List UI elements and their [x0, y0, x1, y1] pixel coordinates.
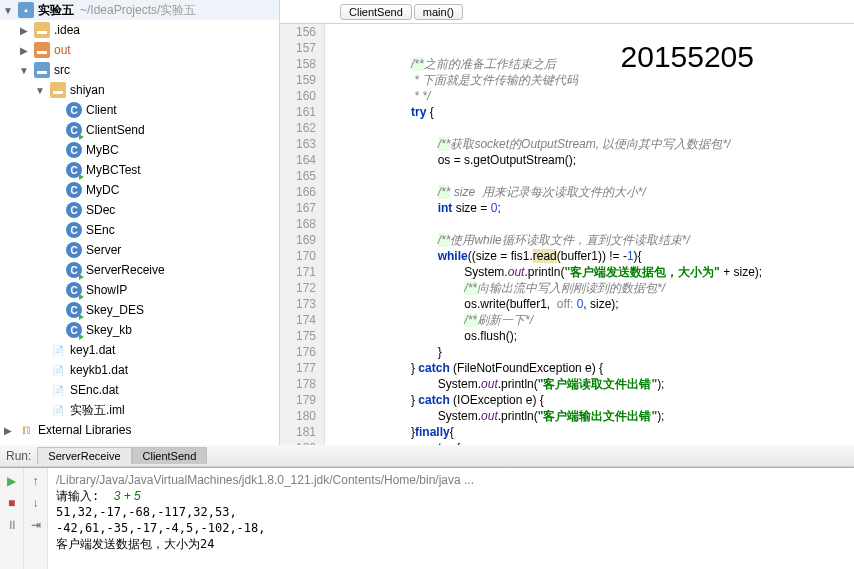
class-icon: C	[66, 102, 82, 118]
class-icon: C	[66, 142, 82, 158]
folder-icon: ▬	[34, 22, 50, 38]
class-icon: C	[66, 262, 82, 278]
libraries-icon: ℿ	[18, 422, 34, 438]
pause-button[interactable]: ⏸	[3, 516, 21, 534]
class-Skey_kb[interactable]: CSkey_kb	[0, 320, 279, 340]
class-SDec[interactable]: CSDec	[0, 200, 279, 220]
class-ServerReceive[interactable]: CServerReceive	[0, 260, 279, 280]
down-button[interactable]: ↓	[27, 494, 45, 512]
folder-icon: ▬	[34, 42, 50, 58]
chevron-down-icon[interactable]	[34, 85, 46, 96]
file-SEnc.dat[interactable]: 📄SEnc.dat	[0, 380, 279, 400]
rerun-button[interactable]: ▶	[3, 472, 21, 490]
class-icon: C	[66, 302, 82, 318]
breadcrumbs: ClientSend main()	[280, 0, 854, 24]
file-icon: 📄	[50, 362, 66, 378]
wrap-button[interactable]: ⇥	[27, 516, 45, 534]
line-gutter: 1561571581591601611621631641651661671681…	[280, 24, 325, 445]
run-panel: ▶ ■ ⏸ ↑ ↓ ⇥ /Library/Java/JavaVirtualMac…	[0, 467, 854, 569]
package-shiyan[interactable]: ▬ shiyan	[0, 80, 279, 100]
folder-out[interactable]: ▬ out	[0, 40, 279, 60]
class-icon: C	[66, 162, 82, 178]
module-icon: ▪	[18, 2, 34, 18]
run-label: Run:	[0, 449, 37, 463]
file-key1.dat[interactable]: 📄key1.dat	[0, 340, 279, 360]
file-实验五.iml[interactable]: 📄实验五.iml	[0, 400, 279, 420]
run-toolbar-2: ↑ ↓ ⇥	[24, 468, 48, 569]
class-MyBC[interactable]: CMyBC	[0, 140, 279, 160]
package-icon: ▬	[50, 82, 66, 98]
class-icon: C	[66, 202, 82, 218]
run-panel-header: Run: ServerReceiveClientSend	[0, 445, 854, 467]
root-name: 实验五	[38, 2, 74, 19]
code-editor: ClientSend main() 20155205 1561571581591…	[280, 0, 854, 445]
file-icon: 📄	[50, 382, 66, 398]
class-icon: C	[66, 182, 82, 198]
class-ClientSend[interactable]: CClientSend	[0, 120, 279, 140]
class-Skey_DES[interactable]: CSkey_DES	[0, 300, 279, 320]
root-path: ~/IdeaProjects/实验五	[80, 2, 196, 19]
stop-button[interactable]: ■	[3, 494, 21, 512]
folder-idea[interactable]: ▬ .idea	[0, 20, 279, 40]
file-keykb1.dat[interactable]: 📄keykb1.dat	[0, 360, 279, 380]
class-icon: C	[66, 322, 82, 338]
chevron-right-icon[interactable]	[18, 25, 30, 36]
file-icon: 📄	[50, 342, 66, 358]
chevron-down-icon[interactable]	[18, 65, 30, 76]
run-toolbar: ▶ ■ ⏸	[0, 468, 24, 569]
class-icon: C	[66, 282, 82, 298]
code-lines[interactable]: /**之前的准备工作结束之后 * 下面就是文件传输的关键代码 * */ try …	[325, 24, 854, 445]
run-tab-ServerReceive[interactable]: ServerReceive	[37, 447, 131, 464]
folder-icon: ▬	[34, 62, 50, 78]
file-icon: 📄	[50, 402, 66, 418]
class-MyBCTest[interactable]: CMyBCTest	[0, 160, 279, 180]
run-tab-ClientSend[interactable]: ClientSend	[132, 447, 208, 464]
project-tree[interactable]: ▪ 实验五 ~/IdeaProjects/实验五 ▬ .idea ▬ out ▬…	[0, 0, 280, 445]
class-icon: C	[66, 222, 82, 238]
class-ShowIP[interactable]: CShowIP	[0, 280, 279, 300]
class-Client[interactable]: CClient	[0, 100, 279, 120]
breadcrumb-method[interactable]: main()	[414, 4, 463, 20]
class-icon: C	[66, 122, 82, 138]
code-area[interactable]: 1561571581591601611621631641651661671681…	[280, 24, 854, 445]
project-root[interactable]: ▪ 实验五 ~/IdeaProjects/实验五	[0, 0, 279, 20]
chevron-right-icon[interactable]	[2, 425, 14, 436]
chevron-down-icon[interactable]	[2, 5, 14, 16]
up-button[interactable]: ↑	[27, 472, 45, 490]
class-MyDC[interactable]: CMyDC	[0, 180, 279, 200]
class-Server[interactable]: CServer	[0, 240, 279, 260]
breadcrumb-class[interactable]: ClientSend	[340, 4, 412, 20]
external-libraries[interactable]: ℿ External Libraries	[0, 420, 279, 440]
class-icon: C	[66, 242, 82, 258]
folder-src[interactable]: ▬ src	[0, 60, 279, 80]
console-output[interactable]: /Library/Java/JavaVirtualMachines/jdk1.8…	[48, 468, 854, 569]
chevron-right-icon[interactable]	[18, 45, 30, 56]
class-SEnc[interactable]: CSEnc	[0, 220, 279, 240]
